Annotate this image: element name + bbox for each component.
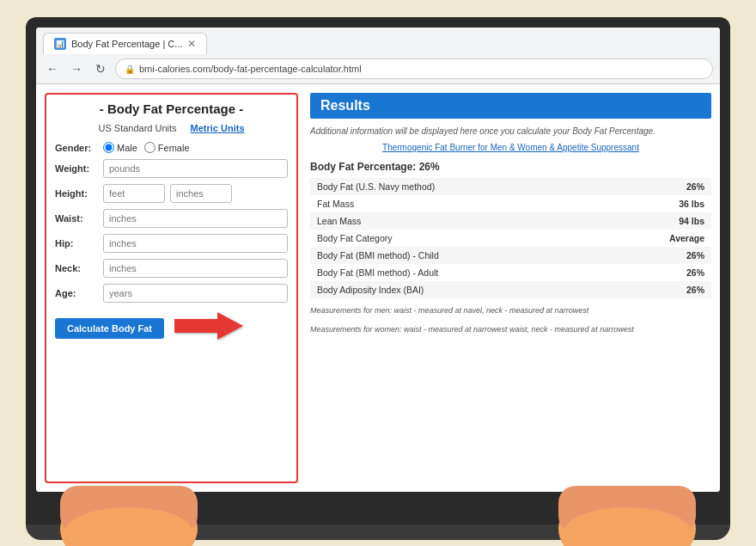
table-cell-label: Body Fat (BMI method) - Child bbox=[310, 247, 605, 264]
gender-label: Gender: bbox=[55, 143, 98, 153]
neck-input[interactable] bbox=[103, 259, 288, 278]
weight-label: Weight: bbox=[55, 163, 98, 174]
active-tab[interactable]: 📊 Body Fat Percentage | C... ✕ bbox=[43, 33, 207, 54]
results-note2: Measurements for women: waist - measured… bbox=[310, 324, 711, 336]
weight-row: Weight: bbox=[55, 159, 288, 178]
unit-metric-tab[interactable]: Metric Units bbox=[191, 123, 245, 133]
results-subtitle: Additional information will be displayed… bbox=[310, 126, 711, 138]
neck-label: Neck: bbox=[55, 263, 98, 273]
age-row: Age: bbox=[55, 284, 288, 303]
bfp-summary: Body Fat Percentage: 26% bbox=[310, 161, 711, 173]
weight-input[interactable] bbox=[103, 159, 288, 178]
refresh-button[interactable]: ↻ bbox=[91, 59, 110, 78]
waist-row: Waist: bbox=[55, 209, 288, 228]
height-inches-input[interactable] bbox=[170, 184, 232, 203]
table-cell-value: 94 lbs bbox=[605, 212, 711, 230]
lock-icon: 🔒 bbox=[125, 64, 135, 74]
calc-row: Calculate Body Fat bbox=[55, 309, 288, 343]
table-cell-value: 26% bbox=[605, 281, 711, 298]
height-label: Height: bbox=[55, 188, 98, 199]
height-row: Height: bbox=[55, 184, 288, 203]
browser-chrome: 📊 Body Fat Percentage | C... ✕ ← → ↻ 🔒 b… bbox=[36, 28, 720, 84]
address-bar-row: ← → ↻ 🔒 bmi-calories.com/body-fat-percen… bbox=[36, 54, 720, 83]
height-feet-input[interactable] bbox=[103, 184, 165, 203]
tab-favicon: 📊 bbox=[54, 38, 66, 50]
table-row: Fat Mass36 lbs bbox=[310, 195, 711, 212]
table-cell-label: Lean Mass bbox=[310, 212, 605, 230]
right-panel: Results Additional information will be d… bbox=[310, 93, 711, 483]
tab-close-button[interactable]: ✕ bbox=[187, 38, 196, 50]
table-row: Body Fat (BMI method) - Child26% bbox=[310, 247, 711, 264]
table-row: Lean Mass94 lbs bbox=[310, 212, 711, 230]
table-cell-label: Body Fat (BMI method) - Adult bbox=[310, 264, 605, 281]
male-option[interactable]: Male bbox=[103, 142, 137, 153]
waist-input[interactable] bbox=[103, 209, 288, 228]
table-cell-value: 36 lbs bbox=[605, 195, 711, 212]
browser-screen: 📊 Body Fat Percentage | C... ✕ ← → ↻ 🔒 b… bbox=[36, 28, 720, 492]
unit-tabs: US Standard Units Metric Units bbox=[55, 123, 288, 133]
tab-bar: 📊 Body Fat Percentage | C... ✕ bbox=[36, 28, 720, 54]
gender-options: Male Female bbox=[103, 142, 190, 153]
svg-marker-0 bbox=[174, 312, 243, 340]
female-label: Female bbox=[158, 143, 190, 153]
age-label: Age: bbox=[55, 288, 98, 298]
back-button[interactable]: ← bbox=[43, 59, 62, 78]
address-bar[interactable]: 🔒 bmi-calories.com/body-fat-percentage-c… bbox=[115, 58, 713, 79]
table-cell-label: Fat Mass bbox=[310, 195, 605, 212]
table-row: Body Fat (BMI method) - Adult26% bbox=[310, 264, 711, 281]
table-row: Body Adiposity Index (BAI)26% bbox=[310, 281, 711, 298]
female-radio[interactable] bbox=[144, 142, 155, 153]
waist-label: Waist: bbox=[55, 213, 98, 224]
table-row: Body Fat (U.S. Navy method)26% bbox=[310, 178, 711, 195]
neck-row: Neck: bbox=[55, 259, 288, 278]
ad-link[interactable]: Thermogenic Fat Burner for Men & Women &… bbox=[310, 143, 711, 152]
table-cell-value: Average bbox=[605, 230, 711, 247]
gender-row: Gender: Male Female bbox=[55, 142, 288, 153]
calculate-button[interactable]: Calculate Body Fat bbox=[55, 318, 164, 339]
results-table: Body Fat (U.S. Navy method)26%Fat Mass36… bbox=[310, 178, 711, 298]
female-option[interactable]: Female bbox=[144, 142, 190, 153]
hip-row: Hip: bbox=[55, 234, 288, 253]
forward-button[interactable]: → bbox=[67, 59, 86, 78]
male-radio[interactable] bbox=[103, 142, 114, 153]
left-panel: - Body Fat Percentage - US Standard Unit… bbox=[45, 93, 298, 483]
table-cell-value: 26% bbox=[605, 264, 711, 281]
unit-us-tab[interactable]: US Standard Units bbox=[98, 123, 176, 133]
table-cell-value: 26% bbox=[605, 247, 711, 264]
results-note1: Measurements for men: waist - measured a… bbox=[310, 305, 711, 317]
laptop-base bbox=[26, 525, 730, 540]
panel-title: - Body Fat Percentage - bbox=[55, 101, 288, 116]
table-cell-label: Body Fat (U.S. Navy method) bbox=[310, 178, 605, 195]
table-cell-value: 26% bbox=[605, 178, 711, 195]
tab-title: Body Fat Percentage | C... bbox=[71, 39, 182, 49]
hip-label: Hip: bbox=[55, 238, 98, 248]
results-header: Results bbox=[310, 93, 711, 119]
laptop-frame: 📊 Body Fat Percentage | C... ✕ ← → ↻ 🔒 b… bbox=[26, 17, 730, 525]
male-label: Male bbox=[117, 143, 137, 153]
table-row: Body Fat CategoryAverage bbox=[310, 230, 711, 247]
age-input[interactable] bbox=[103, 284, 288, 303]
url-text: bmi-calories.com/body-fat-percentage-cal… bbox=[139, 64, 362, 74]
table-cell-label: Body Adiposity Index (BAI) bbox=[310, 281, 605, 298]
table-cell-label: Body Fat Category bbox=[310, 230, 605, 247]
hip-input[interactable] bbox=[103, 234, 288, 253]
red-arrow-icon bbox=[174, 309, 243, 343]
page-content: - Body Fat Percentage - US Standard Unit… bbox=[36, 84, 720, 492]
